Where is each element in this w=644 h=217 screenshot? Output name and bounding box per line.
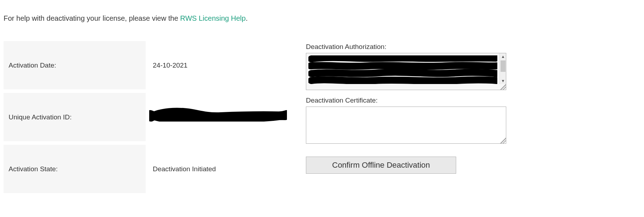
- redacted-authorization-content: [308, 55, 497, 84]
- help-text: For help with deactivating your license,…: [4, 14, 248, 23]
- redacted-unique-activation-id: [149, 107, 287, 122]
- label-activation-state: Activation State:: [4, 145, 146, 193]
- value-unique-activation-id: [146, 93, 288, 141]
- row-activation-date: Activation Date: 24-10-2021: [4, 41, 288, 89]
- row-activation-state: Activation State: Deactivation Initiated: [4, 145, 288, 193]
- deactivation-certificate-textarea[interactable]: [306, 107, 506, 144]
- resize-grip-icon[interactable]: [500, 84, 506, 90]
- label-activation-date: Activation Date:: [4, 41, 146, 89]
- label-deactivation-certificate: Deactivation Certificate:: [306, 97, 506, 104]
- rws-licensing-help-link[interactable]: RWS Licensing Help: [180, 14, 246, 22]
- deactivation-authorization-textarea[interactable]: ▲ ▼: [306, 53, 506, 90]
- confirm-offline-deactivation-button[interactable]: Confirm Offline Deactivation: [306, 157, 456, 174]
- help-suffix: .: [246, 14, 248, 22]
- help-prefix: For help with deactivating your license,…: [4, 14, 180, 22]
- label-deactivation-authorization: Deactivation Authorization:: [306, 43, 506, 51]
- details-table: Activation Date: 24-10-2021 Unique Activ…: [4, 41, 288, 193]
- scrollbar[interactable]: ▲ ▼: [499, 53, 506, 84]
- scroll-thumb[interactable]: [501, 60, 506, 72]
- row-unique-activation-id: Unique Activation ID:: [4, 93, 288, 141]
- scroll-down-icon[interactable]: ▼: [500, 78, 506, 84]
- scroll-up-icon[interactable]: ▲: [500, 53, 506, 60]
- value-activation-state: Deactivation Initiated: [146, 145, 288, 193]
- resize-grip-icon[interactable]: [500, 138, 506, 143]
- value-activation-date: 24-10-2021: [146, 41, 288, 89]
- label-unique-activation-id: Unique Activation ID:: [4, 93, 146, 141]
- right-column: Deactivation Authorization: ▲ ▼ Deactiva…: [306, 43, 506, 174]
